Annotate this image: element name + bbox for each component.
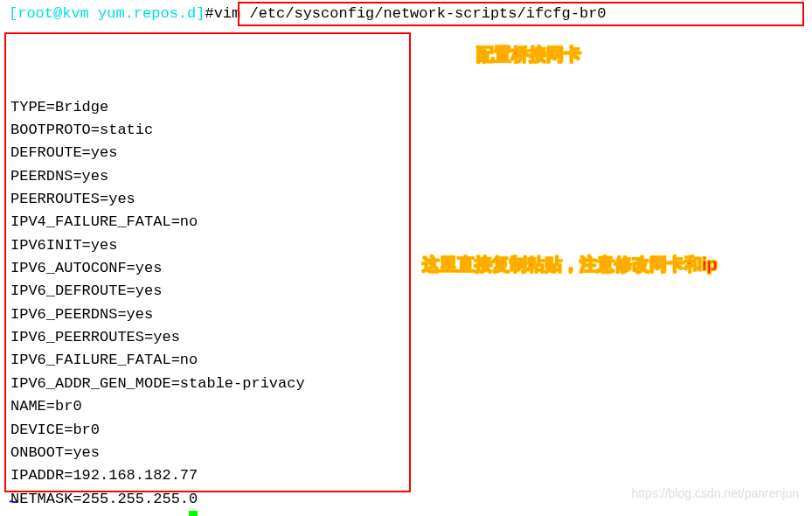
- config-line: DEVICE=br0: [10, 422, 100, 438]
- command-highlight-box: [238, 2, 804, 26]
- config-line: NETMASK=255.255.255.0: [10, 491, 198, 507]
- config-line: IPV6_PEERROUTES=yes: [10, 329, 180, 345]
- prompt-path: yum.repos.d: [98, 5, 196, 22]
- config-line: IPV6_AUTOCONF=yes: [10, 260, 162, 276]
- config-line: IPV4_FAILURE_FATAL=no: [10, 213, 198, 230]
- config-line: IPV6_FAILURE_FATAL=no: [10, 352, 198, 368]
- vim-tilde: ~: [9, 494, 17, 511]
- config-line: PEERDNS=yes: [10, 168, 108, 185]
- config-line: ONBOOT=yes: [10, 444, 100, 461]
- config-line: IPV6_PEERDNS=yes: [10, 306, 153, 323]
- prompt-bracket-open: [: [9, 5, 17, 22]
- prompt-hash: #: [205, 5, 213, 22]
- vim-cursor: 2: [189, 511, 198, 516]
- annotation-copy-paste: 这里直接复制粘贴，注意修改网卡和ip: [422, 253, 718, 276]
- annotation-bridge-config: 配置桥接网卡: [476, 43, 581, 66]
- prompt-space: [89, 5, 98, 22]
- prompt-user-host: root@kvm: [17, 5, 89, 22]
- config-line: DEFROUTE=yes: [10, 144, 117, 161]
- config-line: PEERROUTES=yes: [10, 191, 135, 207]
- watermark-text: https://blog.csdn.net/panrenjun: [632, 486, 799, 500]
- config-line: IPV6INIT=yes: [10, 237, 117, 254]
- config-line: TYPE=Bridge: [10, 99, 108, 115]
- config-line: IPV6_ADDR_GEN_MODE=stable-privacy: [10, 375, 305, 392]
- prompt-bracket-close: ]: [196, 5, 205, 22]
- vim-editor-content[interactable]: TYPE=Bridge BOOTPROTO=static DEFROUTE=ye…: [10, 50, 305, 516]
- config-line: BOOTPROTO=static: [10, 122, 153, 138]
- config-line: IPADDR=192.168.182.77: [10, 467, 198, 484]
- config-line: NAME=br0: [10, 398, 82, 415]
- config-line: IPV6_DEFROUTE=yes: [10, 282, 162, 299]
